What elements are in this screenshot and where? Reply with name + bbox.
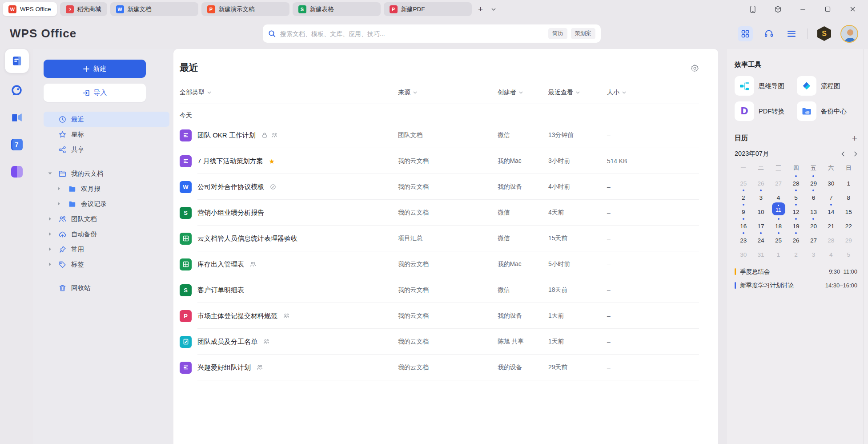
calendar-day[interactable]: 31 xyxy=(752,245,769,259)
calendar-day[interactable]: 12 xyxy=(787,202,804,217)
table-row[interactable]: S 营销小组业绩分析报告 我的云文档 微信 4天前 – xyxy=(180,200,699,226)
menu-hamburger-icon[interactable] xyxy=(785,27,798,40)
rail-item-chat[interactable] xyxy=(7,81,27,100)
tool-1[interactable]: 流程图 xyxy=(797,76,857,96)
sidebar-item[interactable]: 我的云文档 xyxy=(44,166,169,181)
calendar-day[interactable]: 5 xyxy=(787,188,804,202)
calendar-day[interactable]: 20 xyxy=(805,217,822,231)
tool-3[interactable]: 备份中心 xyxy=(797,101,857,121)
support-headset-icon[interactable] xyxy=(762,27,776,40)
table-row[interactable]: 兴趣爱好组队计划 我的云文档 我的设备 29天前 – xyxy=(180,355,699,380)
sidebar-item[interactable]: 会议记录 xyxy=(44,196,169,211)
minimize-button[interactable] xyxy=(798,4,808,14)
workspace-cube-icon[interactable] xyxy=(773,4,783,14)
calendar-event[interactable]: 新季度学习计划讨论 14:30–16:00 xyxy=(735,279,857,292)
calendar-prev-button[interactable] xyxy=(841,151,845,157)
calendar-day[interactable]: 3 xyxy=(752,188,769,202)
calendar-day[interactable]: 16 xyxy=(735,217,752,231)
rail-item-calendar[interactable]: 7 xyxy=(7,135,27,154)
calendar-day[interactable]: 2 xyxy=(735,188,752,202)
sidebar-item[interactable]: 星标 xyxy=(44,127,169,142)
calendar-day[interactable]: 5 xyxy=(840,245,857,259)
calendar-day[interactable]: 22 xyxy=(840,217,857,231)
calendar-day[interactable]: 8 xyxy=(840,188,857,202)
calendar-day[interactable]: 1 xyxy=(770,245,787,259)
calendar-day[interactable]: 15 xyxy=(840,202,857,217)
filter-4[interactable]: 大小 xyxy=(607,89,626,97)
filter-2[interactable]: 创建者 xyxy=(498,89,523,97)
svip-badge-icon[interactable]: S xyxy=(817,26,831,41)
tool-0[interactable]: 思维导图 xyxy=(735,76,795,96)
caret-right-icon[interactable] xyxy=(49,232,51,236)
tab-list-chevron-down-icon[interactable] xyxy=(490,8,498,11)
tab-2[interactable]: W 新建文档 xyxy=(110,2,198,16)
search-input[interactable] xyxy=(280,30,545,37)
calendar-day[interactable]: 18 xyxy=(770,217,787,231)
tab-0[interactable]: W WPS Office xyxy=(3,2,57,16)
calendar-day[interactable]: 29 xyxy=(805,174,822,188)
settings-gear-icon[interactable] xyxy=(691,64,699,72)
calendar-day[interactable]: 30 xyxy=(735,245,752,259)
caret-right-icon[interactable] xyxy=(49,217,51,221)
filter-1[interactable]: 来源 xyxy=(398,89,417,97)
caret-right-icon[interactable] xyxy=(49,262,51,266)
table-row[interactable]: 团队成员及分工名单 我的云文档 陈旭 共享 1天前 – xyxy=(180,329,699,355)
calendar-day[interactable]: 28 xyxy=(787,174,804,188)
tab-5[interactable]: P 新建PDF xyxy=(384,2,472,16)
new-document-button[interactable]: 新建 xyxy=(44,60,146,78)
table-row[interactable]: 团队 OKR 工作计划 团队文档 微信 13分钟前 – xyxy=(180,122,699,148)
filter-3[interactable]: 最近查看 xyxy=(548,89,580,97)
caret-right-icon[interactable] xyxy=(49,247,51,251)
user-avatar[interactable] xyxy=(840,25,858,43)
calendar-day[interactable]: 11 xyxy=(770,202,787,217)
calendar-day[interactable]: 25 xyxy=(735,174,752,188)
calendar-day[interactable]: 4 xyxy=(770,188,787,202)
rail-item-documents[interactable] xyxy=(5,49,29,73)
sidebar-item[interactable]: 标签 xyxy=(44,257,169,272)
caret-right-icon[interactable] xyxy=(58,187,60,190)
search-tag-plan[interactable]: 策划案 xyxy=(571,28,596,39)
calendar-day[interactable]: 17 xyxy=(752,217,769,231)
calendar-day[interactable]: 23 xyxy=(735,231,752,245)
table-row[interactable]: S 客户订单明细表 我的云文档 微信 18天前 – xyxy=(180,277,699,303)
calendar-day[interactable]: 7 xyxy=(822,188,840,202)
tab-3[interactable]: P 新建演示文稿 xyxy=(201,2,289,16)
sidebar-item[interactable]: 自动备份 xyxy=(44,226,169,242)
caret-right-icon[interactable] xyxy=(58,202,60,206)
calendar-day[interactable]: 29 xyxy=(840,231,857,245)
calendar-event[interactable]: 季度总结会 9:30–11:00 xyxy=(735,265,857,279)
table-row[interactable]: 7 月线下活动策划方案 ★ 我的云文档 我的Mac 3小时前 514 KB xyxy=(180,148,699,174)
calendar-day[interactable]: 4 xyxy=(822,245,840,259)
calendar-next-button[interactable] xyxy=(854,151,857,157)
calendar-day[interactable]: 27 xyxy=(770,174,787,188)
calendar-day[interactable]: 24 xyxy=(752,231,769,245)
close-button[interactable] xyxy=(848,4,857,14)
caret-down-icon[interactable] xyxy=(48,173,52,175)
sidebar-item[interactable]: 回收站 xyxy=(44,280,169,295)
global-search-bar[interactable]: 简历 策划案 xyxy=(263,24,601,43)
calendar-day[interactable]: 2 xyxy=(787,245,804,259)
calendar-day[interactable]: 25 xyxy=(770,231,787,245)
rail-item-apps[interactable] xyxy=(7,162,27,182)
tab-1[interactable]: 稻壳商城 xyxy=(60,2,107,16)
calendar-day[interactable]: 26 xyxy=(752,174,769,188)
calendar-day[interactable]: 28 xyxy=(822,231,840,245)
sidebar-item[interactable]: 双月报 xyxy=(44,181,169,196)
calendar-day[interactable]: 6 xyxy=(805,188,822,202)
new-tab-button[interactable]: + xyxy=(475,4,486,15)
sidebar-item[interactable]: 最近 xyxy=(44,112,169,127)
calendar-day[interactable]: 10 xyxy=(752,202,769,217)
table-row[interactable]: P 市场主体登记提交材料规范 我的云文档 我的设备 1天前 – xyxy=(180,303,699,329)
search-tag-resume[interactable]: 简历 xyxy=(548,28,567,39)
apps-grid-button[interactable] xyxy=(738,26,753,41)
table-row[interactable]: W 公司对外合作协议模板 我的云文档 我的设备 4小时前 – xyxy=(180,174,699,200)
sidebar-item[interactable]: 团队文档 xyxy=(44,211,169,226)
calendar-day[interactable]: 21 xyxy=(822,217,840,231)
calendar-day[interactable]: 13 xyxy=(805,202,822,217)
maximize-button[interactable] xyxy=(823,4,832,14)
calendar-day[interactable]: 26 xyxy=(787,231,804,245)
calendar-day[interactable]: 19 xyxy=(787,217,804,231)
tool-2[interactable]: D PDF转换 xyxy=(735,101,795,121)
rail-item-meeting[interactable] xyxy=(7,108,27,127)
add-event-button[interactable]: + xyxy=(852,133,857,143)
